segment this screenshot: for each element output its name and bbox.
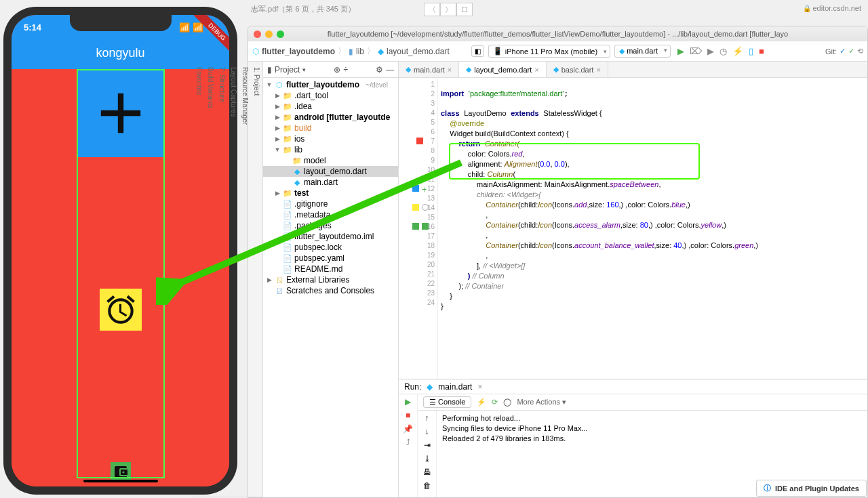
minimize-window-icon[interactable] xyxy=(265,30,273,38)
tree-main[interactable]: ◆main.dart xyxy=(263,177,398,188)
tree-layout-demo[interactable]: ◆layout_demo.dart xyxy=(263,166,398,177)
project-panel: ▮ Project ▾ ⊕ ÷ ⚙ — ▼⬡flutter_layoutdemo… xyxy=(263,62,399,497)
rail-favorites[interactable]: Favorites xyxy=(193,62,205,497)
tree-pubspec-lock[interactable]: 📄pubspec.lock xyxy=(263,242,398,253)
wallet-icon xyxy=(113,464,129,480)
tab-basic[interactable]: ◆basic.dart× xyxy=(547,62,608,77)
nav-sidebar-button[interactable]: ☐ xyxy=(456,3,473,16)
project-tree[interactable]: ▼⬡flutter_layoutdemo ~/devel ▶📁.dart_too… xyxy=(263,78,398,497)
rail-project[interactable]: 1: Project xyxy=(251,62,262,497)
scroll-icon[interactable]: ⤓ xyxy=(424,454,431,463)
git-update-icon[interactable]: ✓ xyxy=(840,47,846,56)
close-icon[interactable]: × xyxy=(596,66,600,74)
close-icon[interactable]: × xyxy=(534,66,538,74)
stop-button[interactable]: ■ xyxy=(759,46,764,56)
maximize-window-icon[interactable] xyxy=(277,30,284,38)
up-icon[interactable]: ↑ xyxy=(425,413,429,423)
project-dropdown-icon[interactable]: ▮ xyxy=(267,65,272,75)
pin-icon[interactable]: 📌 xyxy=(403,424,413,434)
wrap-icon[interactable]: ⇥ xyxy=(424,440,431,450)
nav-forward-button[interactable]: 〉 xyxy=(440,3,456,16)
more-actions[interactable]: More Actions ▾ xyxy=(517,398,566,407)
plugin-update-banner[interactable]: ⓘ IDE and Plugin Updates xyxy=(756,480,867,497)
debug-button[interactable]: ⌦ xyxy=(690,46,702,56)
background-tab-title: 志军.pdf（第 6 页，共 345 页） xyxy=(251,4,355,14)
tree-scratches[interactable]: ⍁Scratches and Consoles xyxy=(263,285,398,296)
editor-tabs[interactable]: ◆main.dart× ◆layout_demo.dart× ◆basic.da… xyxy=(399,62,867,78)
breadcrumb-lib[interactable]: lib xyxy=(356,47,364,56)
left-tool-rail[interactable]: 1: Project Resource Manager Layout Captu… xyxy=(248,62,263,497)
collapse-icon[interactable]: ⊕ xyxy=(334,65,340,75)
coverage-button[interactable]: ▶ xyxy=(707,46,714,56)
stop-icon[interactable]: ■ xyxy=(406,411,410,420)
tree-android[interactable]: ▶📁android [flutter_layoutde xyxy=(263,112,398,123)
run-config-name: main.dart xyxy=(438,382,472,392)
down-icon[interactable]: ↓ xyxy=(425,427,429,436)
rerun-icon[interactable]: ▶ xyxy=(405,397,411,407)
git-history-icon[interactable]: ⟲ xyxy=(857,47,863,56)
device-target-icon[interactable]: ◧ xyxy=(471,45,484,57)
add-icon-container xyxy=(77,69,165,157)
tree-lib[interactable]: ▼📁lib xyxy=(263,144,398,155)
rail-layout-captures[interactable]: Layout Captures xyxy=(228,62,239,497)
panel-settings-icon[interactable]: ⚙ xyxy=(376,65,383,75)
tree-idea[interactable]: ▶📁.idea xyxy=(263,101,398,112)
tree-model[interactable]: 📁model xyxy=(263,155,398,166)
tree-dart-tool[interactable]: ▶📁.dart_tool xyxy=(263,90,398,101)
tree-readme[interactable]: 📄README.md xyxy=(263,264,398,274)
dart-icon: ◆ xyxy=(427,382,433,392)
tree-build[interactable]: ▶📁build xyxy=(263,123,398,133)
breadcrumb-root[interactable]: flutter_layoutdemo xyxy=(262,47,335,56)
rail-structure[interactable]: 7: Structure xyxy=(216,62,228,497)
run-toolbar[interactable]: ☰ Console ⚡ ⟳ ◯ More Actions ▾ xyxy=(418,394,867,411)
app-title: kongyulu xyxy=(96,46,144,60)
run-side-toolbar[interactable]: ▶ ■ 📌 ⤴ xyxy=(399,394,418,497)
folder-icon: ▮ xyxy=(349,47,353,56)
background-nav: 〈 〉 ☐ xyxy=(424,3,473,16)
code-editor[interactable]: 12 34 56 7 89 1011 +12 13 14 15 16 1718 … xyxy=(399,78,867,379)
exit-icon[interactable]: ⤴ xyxy=(406,438,410,447)
nav-back-button[interactable]: 〈 xyxy=(424,3,440,16)
tree-gitignore[interactable]: 📄.gitignore xyxy=(263,199,398,209)
rail-resource-manager[interactable]: Resource Manager xyxy=(239,62,251,497)
console-button[interactable]: ☰ Console xyxy=(423,396,471,408)
devtools-icon[interactable]: ◯ xyxy=(503,398,511,407)
tree-metadata[interactable]: 📄.metadata xyxy=(263,209,398,220)
project-panel-header[interactable]: ▮ Project ▾ ⊕ ÷ ⚙ — xyxy=(263,62,398,78)
hot-reload-button[interactable]: ⚡ xyxy=(732,46,743,56)
close-icon[interactable]: × xyxy=(448,66,452,74)
console-side-toolbar[interactable]: ↑ ↓ ⇥ ⤓ 🖶 🗑 xyxy=(418,411,437,497)
print-icon[interactable]: 🖶 xyxy=(423,468,431,477)
tree-iml[interactable]: 📄flutter_layoutdemo.iml xyxy=(263,231,398,242)
close-run-tab-icon[interactable]: × xyxy=(477,382,482,392)
tree-root[interactable]: ▼⬡flutter_layoutdemo ~/devel xyxy=(263,79,398,90)
attach-button[interactable]: ▯ xyxy=(749,46,753,56)
tree-pubspec-yaml[interactable]: 📄pubspec.yaml xyxy=(263,253,398,264)
clear-icon[interactable]: 🗑 xyxy=(423,481,431,491)
window-controls[interactable] xyxy=(254,30,284,38)
ide-titlebar: flutter_layoutdemo [~/development/study/… xyxy=(248,26,867,41)
tree-ios[interactable]: ▶📁ios xyxy=(263,133,398,144)
tree-external-libraries[interactable]: ▶⍂External Libraries xyxy=(263,274,398,285)
dart-file-icon: ◆ xyxy=(378,47,384,56)
git-commit-icon[interactable]: ✓ xyxy=(848,47,854,56)
tree-packages[interactable]: 📄.packages xyxy=(263,220,398,231)
hot-restart-icon[interactable]: ⟳ xyxy=(492,398,498,407)
phone-notch xyxy=(70,15,172,31)
device-selector[interactable]: 📱 iPhone 11 Pro Max (mobile) xyxy=(488,45,610,58)
tab-layout-demo[interactable]: ◆layout_demo.dart× xyxy=(459,62,546,77)
rail-build-variants[interactable]: Build Variants xyxy=(205,62,216,497)
breadcrumb[interactable]: ⬡ flutter_layoutdemo 〉 ▮ lib 〉 ◆ layout_… xyxy=(252,45,450,57)
profile-button[interactable]: ◷ xyxy=(719,46,727,56)
close-window-icon[interactable] xyxy=(254,30,261,38)
run-panel-header[interactable]: Run: ◆ main.dart × xyxy=(399,379,867,394)
select-opened-icon[interactable]: ÷ xyxy=(343,65,348,75)
tree-test[interactable]: ▶📁test xyxy=(263,188,398,199)
tab-main[interactable]: ◆main.dart× xyxy=(399,62,459,77)
hot-reload-icon[interactable]: ⚡ xyxy=(477,398,486,407)
breadcrumb-file[interactable]: layout_demo.dart xyxy=(387,47,450,56)
run-button[interactable]: ▶ xyxy=(677,46,684,56)
run-config-selector[interactable]: ◆ main.dart xyxy=(614,45,671,58)
hide-panel-icon[interactable]: — xyxy=(386,65,394,75)
dart-icon: ◆ xyxy=(619,47,625,55)
